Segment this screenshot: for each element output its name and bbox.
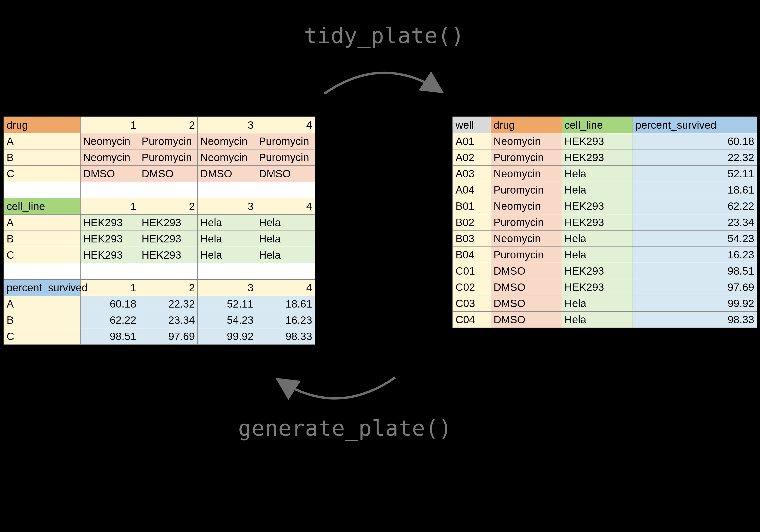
plate-cell: 22.32 (139, 296, 198, 312)
tidy-cell-percent-survived: 60.18 (633, 133, 757, 149)
plate-row: B HEK293 HEK293 Hela Hela (4, 231, 315, 247)
tidy-cell-cell-line: Hela (562, 182, 633, 198)
tidy-cell-percent-survived: 52.11 (633, 166, 757, 182)
tidy-cell-drug: DMSO (491, 295, 562, 312)
tidy-panel: well drug cell_line percent_survived A01… (452, 117, 756, 328)
plate-col-number: 2 (139, 117, 198, 133)
tidy-header-row: well drug cell_line percent_survived (453, 117, 757, 133)
tidy-cell-well: B01 (453, 198, 491, 214)
plate-row-letter: B (4, 312, 80, 328)
tidy-cell-well: C01 (453, 263, 491, 279)
tidy-cell-percent-survived: 98.51 (633, 263, 757, 279)
plate-row-letter: C (4, 328, 80, 345)
plate-cell: HEK293 (80, 247, 139, 263)
plate-cell: Puromycin (139, 149, 198, 166)
table-row: B03NeomycinHela54.23 (453, 230, 757, 247)
tidy-table: well drug cell_line percent_survived A01… (453, 117, 757, 328)
plate-row: C DMSO DMSO DMSO DMSO (4, 166, 315, 182)
tidy-cell-drug: Neomycin (491, 230, 562, 247)
plate-col-number: 3 (198, 198, 256, 215)
plate-cell: 60.18 (80, 296, 139, 312)
plate-cell: DMSO (139, 166, 198, 182)
tidy-cell-percent-survived: 16.23 (633, 247, 757, 263)
tidy-cell-cell-line: HEK293 (562, 133, 633, 149)
tidy-cell-drug: Puromycin (491, 247, 562, 263)
plate-row-letter: B (4, 149, 80, 166)
tidy-cell-cell-line: HEK293 (562, 263, 633, 279)
plate-col-number: 3 (198, 280, 256, 296)
tidy-cell-cell-line: HEK293 (562, 198, 633, 214)
tidy-header-cell-line: cell_line (562, 117, 633, 133)
plate-cell: Neomycin (198, 133, 256, 149)
plate-col-number: 2 (139, 198, 198, 215)
tidy-cell-drug: Neomycin (491, 198, 562, 214)
plate-col-number: 1 (80, 198, 139, 215)
plate-cell: Puromycin (139, 133, 198, 149)
plate-cell: Hela (198, 247, 256, 263)
table-row: C04DMSOHela98.33 (453, 312, 757, 328)
plate-cell: Hela (256, 247, 315, 263)
plate-header-drug: drug (4, 117, 80, 133)
plate-cell: 18.61 (256, 296, 315, 312)
plate-header-cell-line: cell_line (4, 198, 80, 215)
table-row: C01DMSOHEK29398.51 (453, 263, 757, 279)
table-row: A03NeomycinHela52.11 (453, 166, 757, 182)
plate-row: B Neomycin Puromycin Neomycin Puromycin (4, 149, 315, 166)
plate-cell: DMSO (256, 166, 315, 182)
tidy-cell-cell-line: Hela (562, 247, 633, 263)
tidy-cell-drug: Neomycin (491, 133, 562, 149)
tidy-cell-drug: DMSO (491, 312, 562, 328)
plate-row-letter: C (4, 247, 80, 263)
plate-col-number: 4 (256, 117, 315, 133)
table-row: B04PuromycinHela16.23 (453, 247, 757, 263)
tidy-cell-cell-line: Hela (562, 230, 633, 247)
plate-cell: Neomycin (80, 149, 139, 166)
tidy-cell-percent-survived: 18.61 (633, 182, 757, 198)
table-row: A01NeomycinHEK29360.18 (453, 133, 757, 149)
plate-row: C 98.51 97.69 99.92 98.33 (4, 328, 315, 345)
table-row: B01NeomycinHEK29362.22 (453, 198, 757, 214)
plate-col-number: 3 (198, 117, 256, 133)
tidy-header-well: well (453, 117, 491, 133)
tidy-cell-well: A01 (453, 133, 491, 149)
table-row: A04PuromycinHela18.61 (453, 182, 757, 198)
plate-row-letter: C (4, 166, 80, 182)
tidy-cell-drug: Puromycin (491, 214, 562, 230)
tidy-cell-percent-survived: 98.33 (633, 312, 757, 328)
table-row: C03DMSOHela99.92 (453, 295, 757, 312)
plate-cell: HEK293 (139, 231, 198, 247)
plate-col-number: 4 (256, 280, 315, 296)
plate-row: A 60.18 22.32 52.11 18.61 (4, 296, 315, 312)
tidy-cell-well: A04 (453, 182, 491, 198)
tidy-cell-drug: Neomycin (491, 166, 562, 182)
plate-cell: HEK293 (139, 247, 198, 263)
plate-row: C HEK293 HEK293 Hela Hela (4, 247, 315, 263)
table-row: C02DMSOHEK29397.69 (453, 279, 757, 295)
plate-cell: Hela (256, 231, 315, 247)
tidy-cell-well: C02 (453, 279, 491, 295)
plate-col-number: 4 (256, 198, 315, 215)
tidy-cell-well: A02 (453, 149, 491, 166)
plate-row-letter: A (4, 296, 80, 312)
arrow-left-icon (268, 362, 405, 413)
plate-cell: Hela (256, 215, 315, 231)
plate-cell: 99.92 (198, 328, 256, 345)
plate-cell: Neomycin (80, 133, 139, 149)
tidy-cell-percent-survived: 62.22 (633, 198, 757, 214)
plate-row-letter: B (4, 231, 80, 247)
plate-header-percent-survived: percent_survived (4, 280, 80, 296)
plate-cell: Hela (198, 231, 256, 247)
plate-spacer (4, 182, 315, 198)
tidy-cell-well: B02 (453, 214, 491, 230)
plate-block-cell-line: cell_line 1 2 3 4 A HEK293 HEK293 Hela H… (4, 198, 315, 279)
diagram-canvas: tidy_plate() generate_plate() drug 1 2 (0, 0, 760, 532)
plate-cell: 54.23 (198, 312, 256, 328)
plate-row-letter: A (4, 215, 80, 231)
tidy-cell-cell-line: HEK293 (562, 279, 633, 295)
plate-col-number: 1 (80, 117, 139, 133)
plate-cell: 98.33 (256, 328, 315, 345)
plate-panel: drug 1 2 3 4 A Neomycin Puromycin Neomyc… (4, 117, 315, 345)
tidy-cell-percent-survived: 22.32 (633, 149, 757, 166)
tidy-cell-cell-line: HEK293 (562, 149, 633, 166)
plate-row: A Neomycin Puromycin Neomycin Puromycin (4, 133, 315, 149)
